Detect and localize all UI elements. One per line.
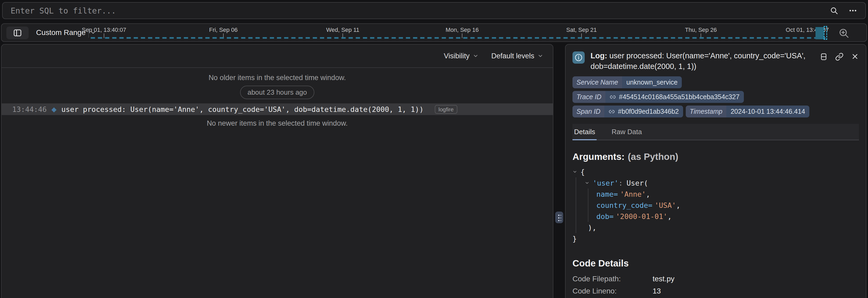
badge-label: Timestamp xyxy=(686,105,726,118)
more-options-icon[interactable] xyxy=(848,6,858,15)
badge-label: Trace ID xyxy=(572,91,606,103)
timeline-selection-brush[interactable] xyxy=(824,26,827,40)
code-token: name= xyxy=(596,190,618,198)
detail-header: Log: user processed: User(name='Anne', c… xyxy=(572,51,859,72)
timeline-tick-label: Sep 01, 13:40:07 xyxy=(82,27,126,33)
log-list-header: Visibility Default levels xyxy=(2,44,553,68)
code-details-row: Code Lineno: 13 xyxy=(572,285,859,297)
badge-value: 2024-10-01 13:44:46.414 xyxy=(726,105,809,118)
chevron-down-icon xyxy=(473,53,478,59)
visibility-dropdown[interactable]: Visibility xyxy=(444,52,478,60)
link-icon xyxy=(610,94,616,100)
timeline-tick-label: Sat, Sep 21 xyxy=(566,27,597,33)
badge-value: #454514c0168a455a51bb4ceba354c327 xyxy=(606,91,744,103)
sidebar-panel-icon xyxy=(13,28,22,37)
badge-value: unknown_service xyxy=(622,76,682,88)
chevron-down-icon xyxy=(537,53,543,59)
detail-badges: Service Name unknown_service Trace ID #4… xyxy=(572,76,838,118)
code-line: country_code='USA', xyxy=(572,200,859,211)
code-token: , xyxy=(668,212,672,221)
code-token: { xyxy=(581,168,585,176)
code-lineno-value: 13 xyxy=(653,285,661,297)
relative-time-badge: about 23 hours ago xyxy=(240,86,314,99)
code-details-heading: Code Details xyxy=(572,258,859,269)
sql-filter-input[interactable] xyxy=(10,6,820,15)
default-levels-label: Default levels xyxy=(491,52,534,60)
sidebar-toggle-button[interactable] xyxy=(6,27,29,39)
badge-label: Span ID xyxy=(572,105,604,118)
code-token: 'Anne' xyxy=(620,190,646,198)
collapse-chevron-icon[interactable] xyxy=(585,180,593,185)
copy-link-icon[interactable] xyxy=(835,53,844,61)
code-filepath-label: Code Filepath: xyxy=(572,273,653,285)
badge-value-text: #b0f0d9ed1ab346b2 xyxy=(618,108,679,115)
log-list-panel: Visibility Default levels No older items… xyxy=(1,44,553,298)
log-detail-panel: Log: user processed: User(name='Anne', c… xyxy=(565,44,866,298)
log-level-diamond-icon: ◆ xyxy=(52,105,57,113)
code-line: ), xyxy=(572,222,859,233)
badge-value-text: 2024-10-01 13:44:46.414 xyxy=(731,108,805,115)
timeline-tick-label: Fri, Sep 06 xyxy=(209,27,238,33)
code-token: dob= xyxy=(596,212,614,221)
drag-dots-icon xyxy=(558,214,561,221)
span-id-badge[interactable]: Span ID #b0f0d9ed1ab346b2 xyxy=(572,105,683,118)
indent-guide xyxy=(588,189,588,222)
timeline-tick-label: Wed, Sep 11 xyxy=(326,27,359,33)
collapse-chevron-icon[interactable] xyxy=(572,169,581,174)
code-line: 'user':User( xyxy=(572,177,859,189)
code-token: 'user' xyxy=(593,179,619,187)
timeline-tick-label: Thu, Sep 26 xyxy=(685,27,717,33)
code-line: name='Anne', xyxy=(572,189,859,200)
detail-title-message: user processed: User(name='Anne', countr… xyxy=(590,52,805,70)
timeline-dashed-axis xyxy=(91,37,826,39)
close-icon[interactable] xyxy=(851,53,859,61)
badge-value-text: unknown_service xyxy=(626,78,678,86)
badge-value-text: #454514c0168a455a51bb4ceba354c327 xyxy=(619,93,740,101)
timeline-bar: Custom Range Sep 01, 13:40:07 Fri, Sep 0… xyxy=(1,23,867,42)
detail-title-prefix: Log: xyxy=(590,52,607,60)
tab-raw-data[interactable]: Raw Data xyxy=(610,124,643,140)
arguments-heading: Arguments:(as Python) xyxy=(572,152,859,162)
code-token: country_code= xyxy=(596,201,652,209)
trace-id-badge[interactable]: Trace ID #454514c0168a455a51bb4ceba354c3… xyxy=(572,91,744,103)
tab-details[interactable]: Details xyxy=(572,124,597,140)
no-newer-items-text: No newer items in the selected time wind… xyxy=(2,119,553,128)
service-name-badge: Service Name unknown_service xyxy=(572,76,682,88)
code-line: } xyxy=(572,233,859,244)
code-token: User( xyxy=(627,179,648,187)
timestamp-badge: Timestamp 2024-10-01 13:44:46.414 xyxy=(686,105,809,118)
log-row[interactable]: 13:44:46 ◆ user processed: User(name='An… xyxy=(2,103,553,115)
default-levels-dropdown[interactable]: Default levels xyxy=(491,52,543,60)
log-row-tag: logfire xyxy=(435,105,457,114)
sql-filter-bar xyxy=(2,2,866,19)
code-token: '2000-01-01' xyxy=(616,212,668,221)
code-lineno-label: Code Lineno: xyxy=(572,285,653,297)
code-filepath-value: test.py xyxy=(653,273,674,285)
timeline-tick-label: Mon, Sep 16 xyxy=(446,27,479,33)
timeline-histogram-bar xyxy=(815,27,824,39)
search-icon[interactable] xyxy=(830,6,838,15)
detail-actions xyxy=(820,53,859,61)
time-range-label: Custom Range xyxy=(36,28,86,37)
panel-resize-handle[interactable] xyxy=(555,211,563,223)
code-token: : xyxy=(619,179,623,187)
badge-label: Service Name xyxy=(572,76,622,88)
link-icon xyxy=(609,108,615,115)
arguments-heading-text: Arguments: xyxy=(572,152,624,162)
code-token: , xyxy=(676,201,680,209)
zoom-in-icon[interactable] xyxy=(838,28,849,39)
timeline-track[interactable]: Sep 01, 13:40:07 Fri, Sep 06 Wed, Sep 11… xyxy=(91,24,832,41)
arguments-code-tree: { 'user':User( name='Anne', country_code… xyxy=(572,166,859,244)
split-view-icon[interactable] xyxy=(820,53,828,61)
code-token: 'USA' xyxy=(654,201,676,209)
visibility-label: Visibility xyxy=(444,52,469,60)
no-older-items-text: No older items in the selected time wind… xyxy=(2,74,553,82)
code-line: { xyxy=(572,166,859,177)
indent-guide xyxy=(576,177,576,233)
detail-tabs: Details Raw Data xyxy=(572,124,859,140)
log-row-time: 13:44:46 xyxy=(12,105,47,113)
badge-value: #b0f0d9ed1ab346b2 xyxy=(604,105,683,118)
code-token: , xyxy=(646,190,650,198)
code-details-rows: Code Filepath: test.py Code Lineno: 13 xyxy=(572,273,859,297)
code-line: dob='2000-01-01', xyxy=(572,211,859,222)
